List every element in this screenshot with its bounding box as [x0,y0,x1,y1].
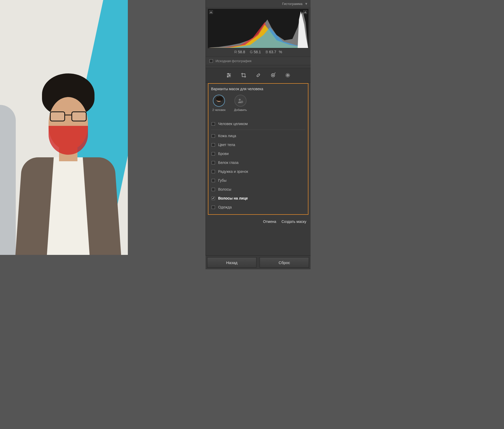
sliders-icon[interactable] [225,72,232,79]
mask-option-label: Одежда [218,205,232,209]
reset-button[interactable]: Сброс [260,257,309,268]
redeye-icon[interactable] [270,72,276,79]
mask-option-iris-pupil[interactable]: Радужка и зрачок [211,167,305,176]
checkbox-icon[interactable] [212,134,215,138]
person-thumb-2[interactable]: 2 человек [211,95,227,111]
canvas-area [0,0,205,269]
mask-option-eyebrows[interactable]: Брови [211,149,305,158]
mask-option-eye-white[interactable]: Белок глаза [211,158,305,167]
checkbox-icon[interactable] [212,197,215,200]
avatar-icon [213,95,225,107]
mask-actions: Отмена Создать маску [206,215,311,228]
histogram-title: Гистограмма [282,2,302,6]
original-photo-label: Исходная фотография [216,59,251,63]
mask-option-label: Волосы на лице [218,196,248,200]
svg-point-12 [239,99,241,101]
mask-option-face-skin[interactable]: Кожа лица [211,131,305,140]
person-thumb-label: 2 человек [212,108,225,111]
svg-rect-6 [256,74,260,77]
cancel-button[interactable]: Отмена [263,219,276,224]
mask-option-lips[interactable]: Губы [211,176,305,185]
checkbox-icon[interactable] [212,188,215,191]
checkbox-icon[interactable] [212,161,215,164]
mask-option-label: Кожа лица [218,134,236,138]
photo-preview[interactable] [0,0,128,255]
checkbox-icon[interactable] [209,59,213,63]
mask-option-clothing[interactable]: Одежда [211,203,305,212]
add-person-label: Добавить [234,108,247,111]
original-photo-toggle[interactable]: Исходная фотография [206,57,311,65]
checkbox-icon[interactable] [212,143,215,147]
add-person-icon [234,95,246,107]
checkbox-icon[interactable] [212,206,215,209]
shadow-clip-indicator[interactable] [209,10,213,14]
checkbox-icon[interactable] [212,152,215,155]
svg-point-11 [287,74,288,76]
create-mask-button[interactable]: Создать маску [281,219,306,224]
mask-option-label: Брови [218,152,229,156]
mask-option-body-color[interactable]: Цвет тела [211,140,305,149]
checkbox-icon[interactable] [212,122,215,126]
add-person-button[interactable]: Добавить [233,95,248,111]
checkbox-icon[interactable] [212,179,215,182]
mask-option-label: Радужка и зрачок [218,169,248,174]
crop-icon[interactable] [240,72,247,79]
histogram[interactable] [208,9,308,48]
tool-strip [206,68,311,83]
people-row: 2 человек Добавить [211,95,305,111]
mask-options-list: Человек целиком Кожа лица Цвет тела Бров… [211,119,305,212]
collapse-icon: ▼ [304,2,308,6]
heal-icon[interactable] [255,72,262,79]
mask-option-label: Волосы [218,187,231,191]
mask-option-hair[interactable]: Волосы [211,185,305,194]
histogram-header[interactable]: Гистограмма ▼ [206,0,311,7]
right-panel: Гистограмма ▼ R58.8 G58.1 B63.7 % Исходн… [206,0,311,269]
bottom-buttons: Назад Сброс [206,255,311,269]
mask-panel-title: Варианты масок для человека [211,87,305,91]
person-mask-panel: Варианты масок для человека 2 человек До… [208,83,308,215]
checkbox-icon[interactable] [212,170,215,173]
svg-line-9 [274,73,275,74]
back-button[interactable]: Назад [207,257,256,268]
mask-option-whole-person[interactable]: Человек целиком [211,119,305,130]
mask-option-facial-hair[interactable]: Волосы на лице [211,194,305,203]
highlight-clip-indicator[interactable] [303,10,307,14]
mask-option-label: Цвет тела [218,143,235,147]
mask-option-label: Человек целиком [218,122,248,126]
radial-mask-icon[interactable] [284,72,291,79]
mask-overlay-facial-hair [49,126,88,155]
svg-point-8 [272,75,274,76]
histogram-readout: R58.8 G58.1 B63.7 % [206,48,311,57]
mask-option-label: Белок глаза [218,160,238,165]
mask-option-label: Губы [218,178,227,183]
